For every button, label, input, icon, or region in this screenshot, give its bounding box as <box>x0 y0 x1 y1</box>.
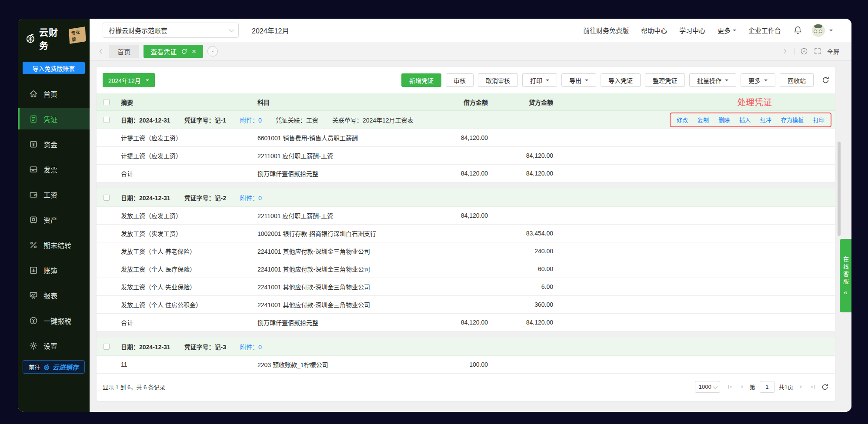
attachment-link[interactable]: 附件：0 <box>240 193 262 202</box>
period-filter-button[interactable]: 2024年12月 <box>103 73 155 87</box>
topbar-link-label: 更多 <box>718 26 731 35</box>
sidebar-item-tax-filing[interactable]: 一键报税 <box>18 310 90 331</box>
topbar-link-label: 企业工作台 <box>748 26 781 35</box>
more-button[interactable]: 更多 <box>741 73 775 87</box>
organize-vouchers-button[interactable]: 整理凭证 <box>645 73 685 87</box>
caret-down-icon <box>764 80 768 83</box>
sidebar-item-assets[interactable]: 资产 <box>18 209 90 230</box>
voucher-checkbox[interactable] <box>103 195 110 201</box>
refresh-icon[interactable] <box>821 76 830 84</box>
cancel-audit-button[interactable]: 取消审核 <box>478 73 518 87</box>
edit-link[interactable]: 修改 <box>677 116 688 124</box>
caret-down-icon <box>725 80 728 83</box>
voucher-row[interactable]: 计提工资（应发工资）6601001 销售费用-销售人员职工薪酬84,120.00 <box>97 129 835 147</box>
last-page-icon[interactable] <box>809 383 817 391</box>
new-voucher-button[interactable]: 新增凭证 <box>401 73 441 87</box>
notification-bell-icon[interactable] <box>793 26 802 35</box>
tab-scroll-left-icon[interactable] <box>97 48 104 55</box>
fullscreen-label[interactable]: 全屏 <box>827 47 839 56</box>
topbar-link-more[interactable]: 更多 <box>718 26 736 35</box>
account-select[interactable]: 柠檬云财务示范账套 <box>103 23 239 38</box>
user-avatar[interactable] <box>812 24 825 37</box>
tab-close-icon[interactable]: × <box>192 48 196 55</box>
save-as-template-link[interactable]: 存为模板 <box>781 116 804 124</box>
export-button[interactable]: 导出 <box>561 73 596 87</box>
import-vouchers-button[interactable]: 导入凭证 <box>601 73 641 87</box>
page-size-select[interactable]: 1000 <box>695 381 720 393</box>
recycle-bin-button[interactable]: 回收站 <box>780 73 814 87</box>
scrollbar-thumb[interactable] <box>838 142 841 236</box>
voucher-row[interactable]: 发放工资（应发工资）2211001 应付职工薪酬-工资84,120.00 <box>97 207 835 225</box>
credit-cell: 60.00 <box>488 265 553 272</box>
voucher-checkbox[interactable] <box>103 344 110 350</box>
sidebar-item-invoices[interactable]: 发票 <box>18 159 90 180</box>
user-menu-caret-icon[interactable] <box>829 30 833 33</box>
voucher-group-header: 日期：2024-12-31凭证字号：记-2附件：0 <box>97 189 835 207</box>
voucher-row[interactable]: 发放工资（实发工资）1002001 银行存款-招商银行深圳白石洲支行83,454… <box>97 225 835 242</box>
voucher-row[interactable]: 合计捌万肆仟壹佰贰拾元整84,120.0084,120.00 <box>97 165 835 182</box>
voucher-row[interactable]: 发放工资（个人 医疗保险）2241001 其他应付款-深圳金三角物业公司60.0… <box>97 260 835 278</box>
button-label: 导入凭证 <box>608 76 633 85</box>
voucher-row[interactable]: 发放工资（个人 住房公积金）2241001 其他应付款-深圳金三角物业公司360… <box>97 296 835 314</box>
topbar-link-enterprise-workspace[interactable]: 企业工作台 <box>748 26 781 35</box>
carryover-icon <box>29 241 38 249</box>
collapse-tabs-icon[interactable] <box>800 47 808 55</box>
topbar-link-help-center[interactable]: 帮助中心 <box>641 26 667 35</box>
print-link[interactable]: 打印 <box>813 116 825 124</box>
voucher-icon <box>29 115 38 123</box>
audit-button[interactable]: 审核 <box>446 73 474 87</box>
voucher-row[interactable]: 发放工资（个人 失业保险）2241001 其他应付款-深圳金三角物业公司6.00 <box>97 278 835 296</box>
select-all-checkbox[interactable] <box>103 99 110 105</box>
annotation-text: 处理凭证 <box>553 96 835 108</box>
tab-view-vouchers[interactable]: 查看凭证× <box>144 45 203 58</box>
import-free-account-button[interactable]: 导入免费版账套 <box>23 62 85 74</box>
insert-link[interactable]: 插入 <box>739 116 751 124</box>
tab-refresh-icon[interactable] <box>181 48 187 55</box>
topbar-link-goto-free-version[interactable]: 前往财务免费版 <box>583 26 629 35</box>
next-page-icon[interactable] <box>798 383 805 391</box>
page-number-input[interactable] <box>760 381 775 393</box>
brand-logo: 云财务 专业版 <box>18 19 90 51</box>
delete-link[interactable]: 删除 <box>718 116 730 124</box>
reverse-link[interactable]: 红冲 <box>760 116 771 124</box>
toolbar-buttons: 审核取消审核打印导出导入凭证整理凭证批量操作更多回收站 <box>446 73 814 87</box>
caret-down-icon <box>146 80 149 83</box>
attachment-link[interactable]: 附件：0 <box>240 342 262 351</box>
refresh-list-icon[interactable] <box>821 383 829 391</box>
sidebar-item-label: 发票 <box>43 164 57 175</box>
button-label: 整理凭证 <box>653 76 677 85</box>
sidebar-item-label: 首页 <box>43 89 57 99</box>
first-page-icon[interactable] <box>726 383 734 391</box>
batch-operations-button[interactable]: 批量操作 <box>689 73 736 87</box>
tab-label: 查看凭证 <box>150 47 177 56</box>
button-label: 导出 <box>569 76 581 85</box>
sidebar-item-vouchers[interactable]: 凭证 <box>18 108 90 129</box>
sidebar-item-home[interactable]: 首页 <box>18 83 90 104</box>
previous-page-icon[interactable] <box>738 383 745 391</box>
voucher-row[interactable]: 计提工资（应发工资）2211001 应付职工薪酬-工资84,120.00 <box>97 147 835 165</box>
print-button[interactable]: 打印 <box>522 73 557 87</box>
lemon-icon <box>43 364 50 371</box>
voucher-row[interactable]: 112203 预收账款_1柠檬公司100.00 <box>97 356 835 374</box>
voucher-checkbox[interactable] <box>103 117 110 123</box>
goto-inventory-button[interactable]: 前往 云进销存 <box>23 360 85 374</box>
sidebar-item-settings[interactable]: 设置 <box>18 335 90 356</box>
caret-down-icon <box>546 80 549 83</box>
tab-list-dropdown-icon[interactable] <box>207 46 218 56</box>
debit-cell: 84,120.00 <box>427 212 488 219</box>
subject-cell: 捌万肆仟壹佰贰拾元整 <box>253 169 427 178</box>
topbar-link-learning-center[interactable]: 学习中心 <box>679 26 705 35</box>
voucher-row[interactable]: 合计捌万肆仟壹佰贰拾元整84,120.0084,120.00 <box>97 314 835 331</box>
sidebar-item-funds[interactable]: 资金 <box>18 133 90 155</box>
sidebar-item-period-end-carryover[interactable]: 期末结转 <box>18 234 90 255</box>
tab-scroll-right-icon[interactable] <box>781 48 788 55</box>
fullscreen-icon[interactable] <box>814 47 821 55</box>
sidebar-item-salary[interactable]: 工资 <box>18 184 90 205</box>
copy-link[interactable]: 复制 <box>698 116 709 124</box>
attachment-link[interactable]: 附件：0 <box>240 116 262 124</box>
voucher-row[interactable]: 发放工资（个人 养老保险）2241001 其他应付款-深圳金三角物业公司240.… <box>97 242 835 260</box>
tab-home[interactable]: 首页 <box>109 45 139 58</box>
online-service-tab[interactable]: 在线客服 « <box>840 239 851 312</box>
sidebar-item-reports[interactable]: 报表 <box>18 285 90 306</box>
sidebar-item-ledgers[interactable]: 账簿 <box>18 259 90 281</box>
